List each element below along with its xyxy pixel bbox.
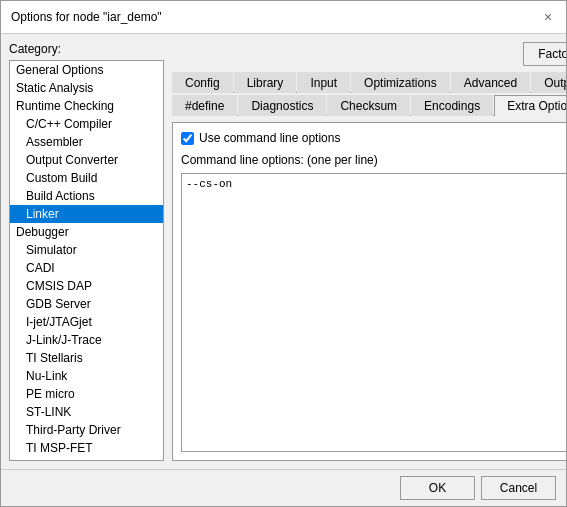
tab-row2-item[interactable]: #define bbox=[172, 95, 237, 116]
tab-row2-item[interactable]: Checksum bbox=[327, 95, 410, 116]
category-item[interactable]: Simulator bbox=[10, 241, 163, 259]
category-item[interactable]: Linker bbox=[10, 205, 163, 223]
cmdline-label: Command line options: (one per line) bbox=[181, 153, 566, 167]
tab-strip-row1: ConfigLibraryInputOptimizationsAdvancedO… bbox=[172, 72, 566, 93]
dialog-footer: OK Cancel bbox=[1, 469, 566, 506]
use-cmdline-label: Use command line options bbox=[199, 131, 340, 145]
tab-strip-row2: #defineDiagnosticsChecksumEncodingsExtra… bbox=[172, 95, 566, 116]
category-panel: Category: General OptionsStatic Analysis… bbox=[9, 42, 164, 461]
category-item[interactable]: C/C++ Compiler bbox=[10, 115, 163, 133]
category-item[interactable]: Custom Build bbox=[10, 169, 163, 187]
dialog-window: Options for node "iar_demo" × Category: … bbox=[0, 0, 567, 507]
category-item[interactable]: CADI bbox=[10, 259, 163, 277]
cancel-button[interactable]: Cancel bbox=[481, 476, 556, 500]
category-item[interactable]: I-jet/JTAGjet bbox=[10, 313, 163, 331]
use-cmdline-checkbox[interactable] bbox=[181, 132, 194, 145]
tab-row1-item[interactable]: Advanced bbox=[451, 72, 530, 93]
checkbox-row: Use command line options bbox=[181, 131, 566, 145]
category-item[interactable]: ST-LINK bbox=[10, 403, 163, 421]
category-item[interactable]: TI Stellaris bbox=[10, 349, 163, 367]
tab-row2-item[interactable]: Extra Options bbox=[494, 95, 566, 116]
dialog-body: Category: General OptionsStatic Analysis… bbox=[1, 34, 566, 469]
main-panel: Factory Settings ConfigLibraryInputOptim… bbox=[172, 42, 566, 461]
category-item[interactable]: Static Analysis bbox=[10, 79, 163, 97]
category-item[interactable]: CMSIS DAP bbox=[10, 277, 163, 295]
tab-row1-item[interactable]: Library bbox=[234, 72, 297, 93]
category-item[interactable]: Debugger bbox=[10, 223, 163, 241]
factory-btn-row: Factory Settings bbox=[172, 42, 566, 66]
cmdline-textarea[interactable] bbox=[181, 173, 566, 452]
category-item[interactable]: Nu-Link bbox=[10, 367, 163, 385]
category-item[interactable]: Third-Party Driver bbox=[10, 421, 163, 439]
tab-row1-item[interactable]: Input bbox=[297, 72, 350, 93]
category-item[interactable]: TI XDS bbox=[10, 457, 163, 461]
dialog-title: Options for node "iar_demo" bbox=[11, 10, 162, 24]
category-item[interactable]: TI MSP-FET bbox=[10, 439, 163, 457]
category-item[interactable]: PE micro bbox=[10, 385, 163, 403]
category-item[interactable]: GDB Server bbox=[10, 295, 163, 313]
category-list: General OptionsStatic AnalysisRuntime Ch… bbox=[9, 60, 164, 461]
category-item[interactable]: Runtime Checking bbox=[10, 97, 163, 115]
tab-row1-item[interactable]: Output bbox=[531, 72, 566, 93]
category-label: Category: bbox=[9, 42, 164, 56]
tab-row2-item[interactable]: Encodings bbox=[411, 95, 493, 116]
category-item[interactable]: Output Converter bbox=[10, 151, 163, 169]
category-item[interactable]: Assembler bbox=[10, 133, 163, 151]
tab-row1-item[interactable]: Optimizations bbox=[351, 72, 450, 93]
close-icon[interactable]: × bbox=[540, 9, 556, 25]
category-item[interactable]: J-Link/J-Trace bbox=[10, 331, 163, 349]
category-item[interactable]: General Options bbox=[10, 61, 163, 79]
category-item[interactable]: Build Actions bbox=[10, 187, 163, 205]
title-bar: Options for node "iar_demo" × bbox=[1, 1, 566, 34]
factory-settings-button[interactable]: Factory Settings bbox=[523, 42, 566, 66]
content-area: Use command line options Command line op… bbox=[172, 122, 566, 461]
ok-button[interactable]: OK bbox=[400, 476, 475, 500]
tab-row2-item[interactable]: Diagnostics bbox=[238, 95, 326, 116]
tab-row1-item[interactable]: Config bbox=[172, 72, 233, 93]
tab-strips: ConfigLibraryInputOptimizationsAdvancedO… bbox=[172, 72, 566, 116]
